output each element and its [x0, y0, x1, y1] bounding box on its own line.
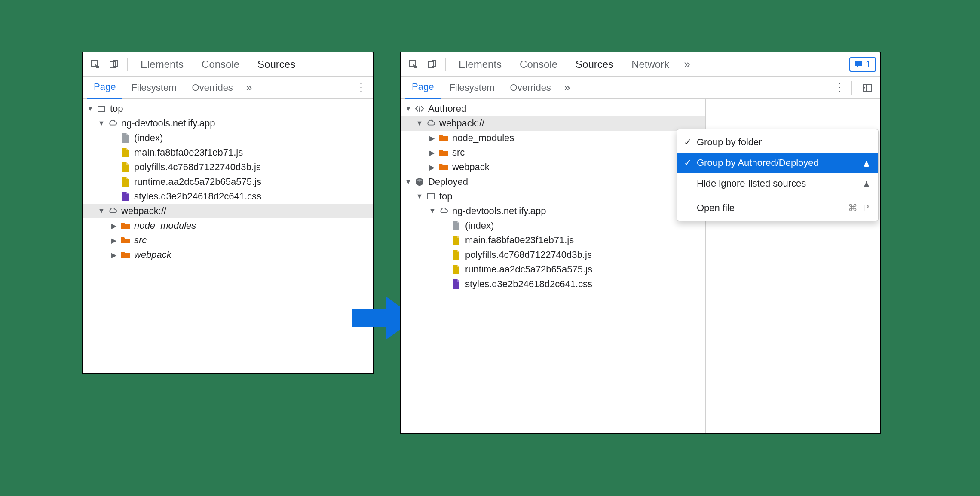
file-tree: ▼ Authored ▼ webpack:// ▶ node_modules ▶ [401, 99, 705, 294]
tab-console[interactable]: Console [512, 52, 565, 77]
document-icon [451, 220, 462, 231]
kebab-menu-icon[interactable]: ⋮ [353, 80, 369, 95]
menu-separator [677, 196, 878, 196]
js-file-icon [451, 250, 462, 260]
tree-file[interactable]: runtime.aa2dc5a72b65a575.js [83, 175, 373, 189]
tree-webpack[interactable]: ▼ webpack:// [83, 204, 373, 218]
check-icon: ✓ [683, 137, 692, 148]
device-toggle-icon[interactable] [424, 56, 440, 73]
deployed-icon [414, 177, 425, 187]
show-navigator-icon[interactable] [859, 79, 876, 96]
js-file-icon [451, 264, 462, 275]
chevron-right-icon: ▶ [111, 222, 117, 230]
tree-top[interactable]: ▼ top [83, 101, 373, 116]
chevron-down-icon: ▼ [98, 119, 104, 127]
tab-console[interactable]: Console [194, 52, 247, 77]
chevron-right-icon: ▶ [111, 236, 117, 245]
top-tab-bar: Elements Console Sources Network » 1 [401, 52, 880, 77]
sub-tab-filesystem[interactable]: Filesystem [124, 77, 183, 99]
tree-folder[interactable]: ▶ src [83, 233, 373, 248]
frame-icon [426, 191, 436, 202]
chevron-right-icon: ▶ [429, 134, 435, 142]
tab-network[interactable]: Network [624, 52, 677, 77]
css-file-icon [451, 279, 462, 289]
tree-authored[interactable]: ▼ Authored [401, 101, 705, 116]
folder-icon [120, 235, 131, 245]
sub-tab-filesystem[interactable]: Filesystem [442, 77, 501, 99]
js-file-icon [451, 235, 462, 245]
chevron-down-icon: ▼ [416, 119, 422, 127]
document-icon [120, 133, 131, 143]
tree-file[interactable]: runtime.aa2dc5a72b65a575.js [401, 262, 705, 277]
folder-icon [438, 162, 449, 172]
issues-icon [854, 60, 863, 69]
tree-domain[interactable]: ▼ ng-devtools.netlify.app [401, 204, 705, 218]
tree-file[interactable]: (index) [401, 218, 705, 233]
device-toggle-icon[interactable] [106, 56, 122, 73]
cloud-icon [107, 206, 118, 216]
tree-file[interactable]: styles.d3e2b24618d2c641.css [83, 189, 373, 204]
js-file-icon [120, 147, 131, 158]
devtools-panel-before: Elements Console Sources Page Filesystem… [82, 52, 374, 374]
inspect-icon[interactable] [87, 56, 103, 73]
svg-rect-3 [98, 106, 105, 111]
kebab-menu-icon[interactable]: ⋮ [832, 80, 847, 95]
inspect-icon[interactable] [405, 56, 421, 73]
tree-top[interactable]: ▼ top [401, 189, 705, 204]
tree-webpack[interactable]: ▼ webpack:// [401, 116, 705, 131]
file-tree: ▼ top ▼ ng-devtools.netlify.app (index) … [83, 99, 373, 265]
tree-folder[interactable]: ▶ node_modules [401, 131, 705, 145]
sub-tab-overrides[interactable]: Overrides [185, 77, 240, 99]
js-file-icon [120, 162, 131, 172]
folder-icon [438, 133, 449, 143]
tab-sources[interactable]: Sources [568, 52, 621, 77]
sub-tab-bar: Page Filesystem Overrides » ⋮ [401, 77, 880, 99]
css-file-icon [120, 191, 131, 202]
tree-folder[interactable]: ▶ node_modules [83, 218, 373, 233]
top-tab-bar: Elements Console Sources [83, 52, 373, 77]
context-menu: ✓ Group by folder ✓ Group by Authored/De… [677, 129, 879, 221]
frame-icon [96, 104, 107, 114]
menu-item-group-by-folder[interactable]: ✓ Group by folder [677, 132, 878, 153]
sub-tab-page[interactable]: Page [87, 77, 122, 99]
chevron-right-icon: ▶ [429, 163, 435, 171]
tree-file[interactable]: main.fa8bfa0e23f1eb71.js [83, 145, 373, 160]
issues-badge[interactable]: 1 [849, 57, 876, 72]
tree-file[interactable]: (index) [83, 131, 373, 145]
flask-icon [863, 180, 870, 187]
chevron-right-icon: ▶ [429, 149, 435, 157]
tab-sources[interactable]: Sources [250, 52, 303, 77]
devtools-panel-after: Elements Console Sources Network » 1 Pag… [400, 52, 881, 434]
menu-item-group-by-authored[interactable]: ✓ Group by Authored/Deployed [677, 153, 878, 173]
tree-folder[interactable]: ▶ webpack [401, 160, 705, 175]
chevron-right-icon: ▶ [111, 251, 117, 259]
cloud-icon [438, 206, 449, 216]
folder-icon [120, 250, 131, 260]
menu-item-open-file[interactable]: Open file ⌘ P [677, 198, 878, 218]
more-tabs-icon[interactable]: » [242, 81, 256, 94]
tab-elements[interactable]: Elements [451, 52, 509, 77]
tab-elements[interactable]: Elements [133, 52, 191, 77]
tree-file[interactable]: polyfills.4c768d7122740d3b.js [83, 160, 373, 175]
tree-file[interactable]: main.fa8bfa0e23f1eb71.js [401, 233, 705, 248]
folder-icon [120, 220, 131, 231]
tree-domain[interactable]: ▼ ng-devtools.netlify.app [83, 116, 373, 131]
sub-tab-page[interactable]: Page [405, 77, 441, 99]
check-icon: ✓ [683, 157, 692, 168]
sub-tab-overrides[interactable]: Overrides [503, 77, 558, 99]
tree-file[interactable]: styles.d3e2b24618d2c641.css [401, 277, 705, 291]
tree-file[interactable]: polyfills.4c768d7122740d3b.js [401, 248, 705, 262]
cloud-icon [107, 118, 118, 129]
tree-folder[interactable]: ▶ webpack [83, 248, 373, 262]
more-tabs-icon[interactable]: » [680, 58, 694, 71]
separator [127, 58, 128, 71]
tree-folder[interactable]: ▶ src [401, 145, 705, 160]
code-icon [414, 104, 425, 114]
separator [851, 81, 852, 95]
keyboard-shortcut: ⌘ P [848, 202, 870, 214]
tree-deployed[interactable]: ▼ Deployed [401, 175, 705, 189]
separator [445, 58, 446, 71]
cloud-icon [426, 118, 436, 129]
menu-item-hide-ignore-listed[interactable]: Hide ignore-listed sources [677, 173, 878, 194]
more-tabs-icon[interactable]: » [560, 81, 574, 94]
